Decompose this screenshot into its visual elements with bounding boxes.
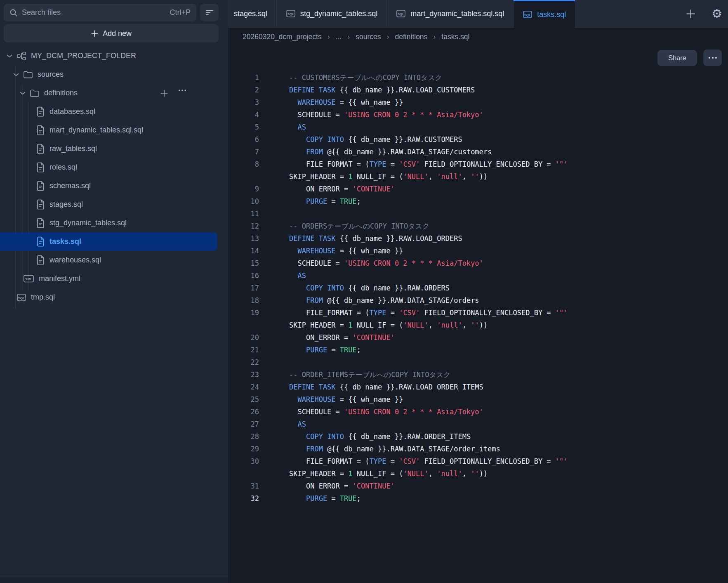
tab-stages-sql[interactable]: stages.sql: [228, 0, 277, 27]
tree-item-label: tmp.sql: [31, 293, 55, 302]
code-line: 32 PURGE = TRUE;: [228, 492, 728, 505]
code-text: DEFINE TASK {{ db_name }}.RAW.LOAD_ORDER…: [289, 232, 462, 245]
yml-icon: YML: [23, 274, 34, 283]
tree-item-label: definitions: [44, 89, 78, 97]
tree-item-stg-dynamic-tables-sql[interactable]: stg_dynamic_tables.sql: [0, 214, 228, 232]
tree-item-label: MY_DCM_PROJECT_FOLDER: [31, 52, 136, 60]
breadcrumb-item[interactable]: 20260320_dcm_projects: [243, 33, 322, 41]
tree-item-roles-sql[interactable]: roles.sql: [0, 158, 228, 177]
code-line: 11: [228, 208, 728, 220]
code-line: 10 PURGE = TRUE;: [228, 195, 728, 208]
search-files-box[interactable]: Ctrl+P: [4, 4, 196, 21]
file-explorer-sidebar: Ctrl+P Add new: [0, 0, 228, 583]
tree-item-label: stages.sql: [49, 200, 83, 209]
file-icon: [36, 125, 45, 135]
folder-icon: [23, 71, 33, 79]
tab-tasks-sql[interactable]: SQLtasks.sql: [514, 0, 575, 28]
tree-item-label: databases.sql: [49, 107, 95, 116]
line-number: 11: [228, 208, 259, 220]
chevron-down-icon[interactable]: [7, 54, 16, 58]
file-icon: [36, 199, 45, 210]
share-button[interactable]: Share: [657, 50, 697, 66]
tab-mart-dynamic-tables-sql-sql[interactable]: SQLmart_dynamic_tables.sql.sql: [387, 0, 514, 27]
tab-stg-dynamic-tables-sql[interactable]: SQLstg_dynamic_tables.sql: [277, 0, 387, 27]
line-number: 5: [228, 121, 259, 133]
tree-item-label: mart_dynamic_tables.sql.sql: [49, 126, 143, 135]
chevron-down-icon[interactable]: [20, 91, 30, 95]
code-text: AS: [289, 269, 306, 282]
sql-file-icon: SQL: [286, 9, 296, 19]
code-text: SKIP_HEADER = 1 NULL_IF = ('NULL', 'null…: [289, 170, 488, 183]
code-editor[interactable]: 1-- CUSTOMERSテーブルへのCOPY INTOタスク2DEFINE T…: [228, 70, 728, 583]
line-number: 21: [228, 344, 259, 356]
more-actions-icon[interactable]: [178, 89, 186, 97]
code-line: 15 SCHEDULE = 'USING CRON 0 2 * * * Asia…: [228, 257, 728, 269]
tree-item-sources[interactable]: sources: [0, 65, 228, 84]
line-number: 28: [228, 430, 259, 443]
code-text: FROM @{{ db_name }}.RAW.DATA_STAGE/custo…: [289, 146, 492, 158]
code-line: 20 ON_ERROR = 'CONTINUE': [228, 331, 728, 344]
code-text: ON_ERROR = 'CONTINUE': [289, 480, 395, 492]
search-input[interactable]: [22, 8, 165, 17]
tree-item-raw-tables-sql[interactable]: raw_tables.sql: [0, 139, 228, 158]
code-text: COPY INTO {{ db_name }}.RAW.ORDER_ITEMS: [289, 430, 471, 443]
tree-item-tasks-sql[interactable]: tasks.sql: [0, 232, 217, 251]
code-line: 21 PURGE = TRUE;: [228, 344, 728, 356]
tab-label: mart_dynamic_tables.sql.sql: [410, 9, 504, 18]
add-new-button[interactable]: Add new: [4, 24, 219, 42]
new-tab-button[interactable]: [686, 9, 696, 19]
breadcrumb-item[interactable]: tasks.sql: [441, 33, 469, 41]
chevron-down-icon[interactable]: [13, 73, 23, 77]
tree-item-stages-sql[interactable]: stages.sql: [0, 195, 228, 214]
code-text: WAREHOUSE = {{ wh_name }}: [289, 96, 403, 109]
gear-icon: ⚙: [712, 8, 722, 20]
code-text: AS: [289, 418, 306, 430]
code-line: 17 COPY INTO {{ db_name }}.RAW.ORDERS: [228, 282, 728, 294]
more-options-button[interactable]: [703, 50, 722, 66]
tree-item-warehouses-sql[interactable]: warehouses.sql: [0, 251, 228, 269]
sql-file-icon: SQL: [396, 9, 406, 19]
tree-item-manifest-yml[interactable]: YMLmanifest.yml: [0, 269, 228, 288]
line-number: 1: [228, 71, 259, 84]
file-icon: [36, 162, 45, 172]
tree-item-label: tasks.sql: [49, 237, 81, 246]
tree-item-databases-sql[interactable]: databases.sql: [0, 102, 228, 121]
line-number: 14: [228, 245, 259, 257]
tree-item-mart-dynamic-tables-sql-sql[interactable]: mart_dynamic_tables.sql.sql: [0, 121, 228, 139]
code-text: -- CUSTOMERSテーブルへのCOPY INTOタスク: [289, 71, 442, 84]
tree-item-definitions[interactable]: definitions: [0, 84, 228, 102]
line-number: 6: [228, 133, 259, 146]
code-text: FROM @{{ db_name }}.RAW.DATA_STAGE/order…: [289, 294, 479, 307]
code-text: FILE_FORMAT = (TYPE = 'CSV' FIELD_OPTION…: [289, 307, 568, 319]
editor-area: stages.sqlSQLstg_dynamic_tables.sqlSQLma…: [228, 0, 728, 583]
tree-item-schemas-sql[interactable]: schemas.sql: [0, 177, 228, 195]
breadcrumb-item[interactable]: ...: [336, 33, 342, 41]
breadcrumb-item[interactable]: definitions: [395, 33, 428, 41]
code-line: 30 FILE_FORMAT = (TYPE = 'CSV' FIELD_OPT…: [228, 455, 728, 467]
code-line: 8 FILE_FORMAT = (TYPE = 'CSV' FIELD_OPTI…: [228, 158, 728, 170]
tree-item-my-dcm-project-folder[interactable]: MY_DCM_PROJECT_FOLDER: [0, 47, 228, 65]
tab-label: stg_dynamic_tables.sql: [300, 9, 377, 18]
filter-sort-button[interactable]: [200, 4, 219, 21]
code-line: 14 WAREHOUSE = {{ wh_name }}: [228, 245, 728, 257]
add-new-label: Add new: [103, 29, 132, 38]
ellipsis-icon: [708, 57, 717, 59]
code-line: 31 ON_ERROR = 'CONTINUE': [228, 480, 728, 492]
tree-item-label: warehouses.sql: [49, 256, 101, 264]
add-file-icon[interactable]: [160, 89, 168, 97]
line-number: [228, 170, 259, 183]
tree-item-tmp-sql[interactable]: SQLtmp.sql: [0, 288, 228, 307]
plus-icon: [91, 30, 99, 38]
code-line: 26 SCHEDULE = 'USING CRON 0 2 * * * Asia…: [228, 406, 728, 418]
tree-item-label: schemas.sql: [49, 182, 91, 190]
breadcrumb-item[interactable]: sources: [356, 33, 381, 41]
line-number: 18: [228, 294, 259, 307]
settings-button[interactable]: ⚙: [712, 8, 722, 20]
file-icon: [36, 255, 45, 265]
line-number: 17: [228, 282, 259, 294]
line-number: [228, 319, 259, 331]
code-line: SKIP_HEADER = 1 NULL_IF = ('NULL', 'null…: [228, 319, 728, 331]
svg-text:SQL: SQL: [524, 13, 531, 17]
file-icon: [36, 144, 45, 154]
line-number: 9: [228, 183, 259, 195]
